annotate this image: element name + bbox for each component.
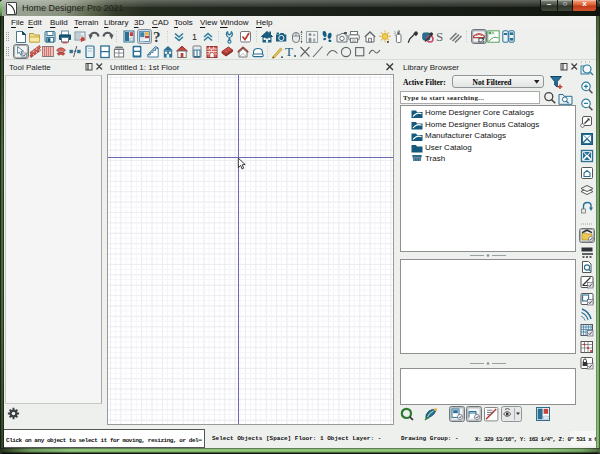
svg-text:S: S — [436, 29, 443, 44]
svg-text:T: T — [285, 44, 293, 59]
svg-text:1: 1 — [192, 32, 197, 42]
svg-text:?: ? — [153, 29, 161, 44]
